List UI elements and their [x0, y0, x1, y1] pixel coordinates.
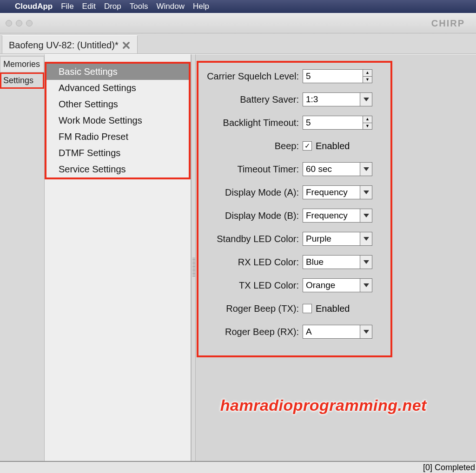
- row-timeout-timer: Timeout Timer: 60 sec: [199, 158, 390, 181]
- category-work-mode-settings[interactable]: Work Mode Settings: [46, 112, 189, 129]
- row-tx-led: TX LED Color: Orange: [199, 274, 390, 297]
- traffic-min[interactable]: [16, 20, 22, 26]
- traffic-zoom[interactable]: [26, 20, 33, 26]
- value: 60 sec: [306, 164, 332, 174]
- row-roger-beep-rx: Roger Beep (RX): A: [199, 320, 390, 343]
- tab-settings[interactable]: Settings: [0, 72, 44, 89]
- value: 1:3: [306, 94, 318, 105]
- row-battery-saver: Battery Saver: 1:3: [199, 88, 390, 111]
- tab-memories[interactable]: Memories: [0, 56, 44, 72]
- roger-tx-check-label: Enabled: [316, 303, 350, 314]
- label: Timeout Timer:: [199, 164, 303, 175]
- category-basic-settings[interactable]: Basic Settings: [46, 64, 189, 80]
- chevron-down-icon: [360, 279, 372, 292]
- chevron-down-icon: [360, 209, 372, 222]
- settings-category-pane: Basic Settings Advanced Settings Other S…: [45, 54, 191, 461]
- category-advanced-settings[interactable]: Advanced Settings: [46, 80, 189, 96]
- display-mode-b-select[interactable]: Frequency: [303, 209, 372, 223]
- mac-menubar: CloudApp File Edit Drop Tools Window Hel…: [0, 0, 476, 13]
- label: Backlight Timeout:: [199, 118, 303, 128]
- label: Roger Beep (RX):: [199, 327, 303, 337]
- beep-checkbox[interactable]: ✓: [303, 141, 312, 151]
- traffic-close[interactable]: [6, 20, 12, 26]
- row-roger-beep-tx: Roger Beep (TX): Enabled: [199, 297, 390, 320]
- category-dtmf-settings[interactable]: DTMF Settings: [46, 145, 189, 161]
- spinner-buttons[interactable]: ▲▼: [363, 116, 372, 129]
- label: RX LED Color:: [199, 257, 303, 268]
- spinner-buttons[interactable]: ▲▼: [363, 70, 372, 83]
- value: Purple: [306, 234, 331, 244]
- label: Beep:: [199, 141, 303, 151]
- rx-led-select[interactable]: Blue: [303, 255, 372, 269]
- status-text: [0] Completed: [423, 463, 475, 473]
- row-carrier-squelch: Carrier Squelch Level: 5 ▲▼: [199, 65, 390, 88]
- battery-saver-select[interactable]: 1:3: [303, 92, 372, 106]
- status-bar: [0] Completed: [0, 461, 476, 473]
- label: Display Mode (B):: [199, 210, 303, 221]
- value: A: [306, 327, 312, 337]
- menu-tools[interactable]: Tools: [130, 2, 148, 11]
- display-mode-a-select[interactable]: Frequency: [303, 185, 372, 199]
- menu-file[interactable]: File: [61, 2, 73, 11]
- menubar-app-name[interactable]: CloudApp: [15, 2, 53, 11]
- chevron-down-icon: [360, 232, 372, 245]
- carrier-squelch-spinner[interactable]: 5 ▲▼: [303, 69, 372, 83]
- window-title: CHIRP: [431, 18, 465, 29]
- row-beep: Beep: ✓ Enabled: [199, 134, 390, 158]
- settings-form-highlight: Carrier Squelch Level: 5 ▲▼ Battery Save…: [197, 61, 392, 357]
- label: Carrier Squelch Level:: [199, 71, 303, 82]
- chevron-down-icon: [360, 163, 372, 176]
- row-display-mode-b: Display Mode (B): Frequency: [199, 204, 390, 227]
- value: 5: [306, 118, 311, 128]
- menu-help[interactable]: Help: [193, 2, 209, 11]
- chevron-down-icon: [360, 325, 372, 338]
- value: Frequency: [306, 210, 348, 221]
- chevron-down-icon: [360, 256, 372, 269]
- chevron-down-icon: [360, 186, 372, 199]
- document-tab-label: Baofeng UV-82: (Untitled)*: [9, 40, 119, 51]
- menu-window[interactable]: Window: [156, 2, 184, 11]
- value: 5: [306, 71, 311, 81]
- label: TX LED Color:: [199, 280, 303, 291]
- label: Display Mode (A):: [199, 187, 303, 198]
- tx-led-select[interactable]: Orange: [303, 278, 372, 292]
- close-icon[interactable]: [122, 41, 131, 49]
- pane-splitter[interactable]: [191, 54, 196, 461]
- document-tab[interactable]: Baofeng UV-82: (Untitled)*: [2, 35, 138, 53]
- menu-edit[interactable]: Edit: [82, 2, 96, 11]
- value: Frequency: [306, 187, 348, 197]
- timeout-timer-select[interactable]: 60 sec: [303, 162, 372, 176]
- settings-form-pane: Carrier Squelch Level: 5 ▲▼ Battery Save…: [196, 54, 476, 461]
- left-tab-list: Memories Settings: [0, 54, 45, 461]
- main-body: Memories Settings Basic Settings Advance…: [0, 54, 476, 461]
- row-backlight-timeout: Backlight Timeout: 5 ▲▼: [199, 111, 390, 134]
- chevron-down-icon: [360, 93, 372, 106]
- value: Orange: [306, 280, 335, 290]
- document-tab-strip: Baofeng UV-82: (Untitled)*: [0, 33, 476, 54]
- watermark-text: hamradioprogramming.net: [220, 396, 427, 414]
- label: Standby LED Color:: [199, 234, 303, 244]
- beep-check-label: Enabled: [316, 141, 350, 151]
- category-service-settings[interactable]: Service Settings: [46, 161, 189, 177]
- window-titlebar: CHIRP: [0, 13, 476, 33]
- label: Roger Beep (TX):: [199, 303, 303, 314]
- roger-rx-select[interactable]: A: [303, 325, 372, 339]
- settings-category-highlight: Basic Settings Advanced Settings Other S…: [45, 62, 191, 179]
- category-other-settings[interactable]: Other Settings: [46, 96, 189, 112]
- row-standby-led: Standby LED Color: Purple: [199, 227, 390, 250]
- value: Blue: [306, 257, 324, 267]
- backlight-timeout-spinner[interactable]: 5 ▲▼: [303, 116, 372, 130]
- roger-tx-checkbox[interactable]: [303, 304, 312, 313]
- menu-drop[interactable]: Drop: [104, 2, 121, 11]
- label: Battery Saver:: [199, 94, 303, 105]
- category-fm-radio-preset[interactable]: FM Radio Preset: [46, 129, 189, 145]
- row-display-mode-a: Display Mode (A): Frequency: [199, 181, 390, 204]
- row-rx-led: RX LED Color: Blue: [199, 250, 390, 274]
- standby-led-select[interactable]: Purple: [303, 232, 372, 246]
